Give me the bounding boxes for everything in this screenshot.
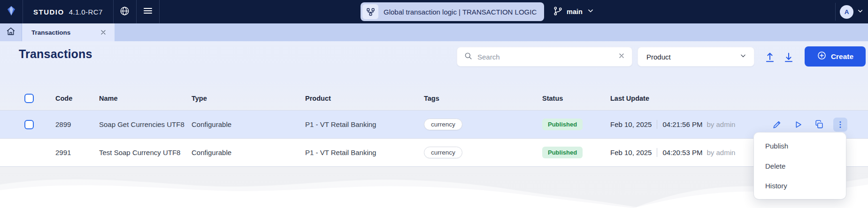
- tab-transactions[interactable]: Transactions: [22, 23, 115, 41]
- background-wave: [0, 166, 868, 208]
- close-icon[interactable]: [100, 29, 107, 36]
- menu-item-delete[interactable]: Delete: [754, 156, 846, 176]
- context-badge[interactable]: Global transaction logic | TRANSACTION L…: [361, 2, 544, 21]
- upload-button[interactable]: [764, 51, 776, 63]
- cell-code: 2991: [46, 149, 95, 156]
- clear-search-icon[interactable]: [618, 52, 625, 61]
- last-update-date: Feb 10, 2025: [610, 149, 652, 156]
- logo-icon: [6, 5, 17, 18]
- cell-product: P1 - VT Retail Banking: [296, 149, 420, 156]
- row-context-menu: Publish Delete History: [754, 133, 846, 199]
- divider: [657, 120, 657, 129]
- cell-last-update: Feb 10, 2025 04:20:53 PM by admin: [610, 148, 770, 157]
- cell-product: P1 - VT Retail Banking: [296, 120, 420, 128]
- row-actions: [770, 118, 868, 132]
- tag-badge: currency: [424, 119, 462, 130]
- cell-last-update: Feb 10, 2025 04:21:56 PM by admin: [610, 120, 770, 129]
- tab-bar: Transactions: [0, 23, 868, 41]
- last-update-time: 04:21:56 PM: [662, 120, 702, 128]
- tab-home[interactable]: [0, 23, 22, 41]
- more-actions-button[interactable]: [833, 118, 847, 132]
- status-badge: Published: [542, 119, 583, 130]
- last-update-author: by admin: [707, 120, 735, 128]
- divider: [159, 0, 160, 23]
- search-input[interactable]: [477, 53, 613, 61]
- app-screen: STUDIO 4.1.0-RC7 Global transaction logi…: [0, 0, 868, 208]
- create-button[interactable]: Create: [805, 46, 866, 67]
- chevron-down-icon: [739, 52, 747, 62]
- cell-code: 2899: [46, 120, 95, 128]
- divider: [657, 148, 657, 157]
- search-icon: [464, 52, 473, 62]
- app-title: STUDIO 4.1.0-RC7: [23, 0, 113, 23]
- globe-icon: [119, 6, 130, 18]
- column-header-status: Status: [542, 95, 610, 102]
- main-menu-button[interactable]: [137, 0, 159, 23]
- select-all-checkbox[interactable]: [24, 94, 34, 103]
- tab-label: Transactions: [31, 29, 70, 36]
- menu-item-publish[interactable]: Publish: [754, 136, 846, 156]
- duplicate-button[interactable]: [812, 118, 826, 132]
- column-header-code: Code: [46, 95, 95, 102]
- plus-circle-icon: [817, 51, 827, 62]
- app-version: 4.1.0-RC7: [69, 8, 103, 16]
- page-title: Transactions: [19, 47, 92, 61]
- cell-name: Soap Get Currencies UTF8: [95, 120, 191, 128]
- column-header-type: Type: [191, 95, 296, 102]
- branch-selector[interactable]: main: [553, 0, 595, 23]
- menu-item-history[interactable]: History: [754, 176, 846, 196]
- edit-button[interactable]: [770, 118, 784, 132]
- globe-button[interactable]: [114, 0, 136, 23]
- topbar-right: A: [835, 0, 868, 23]
- table-row[interactable]: 2899 Soap Get Currencies UTF8 Configurab…: [0, 111, 868, 139]
- product-filter-select[interactable]: Product: [638, 47, 754, 67]
- hamburger-icon: [142, 5, 154, 18]
- chevron-down-icon: [586, 7, 595, 17]
- run-button[interactable]: [791, 118, 805, 132]
- branch-name: main: [567, 8, 583, 15]
- table-header-row: Code Name Type Product Tags Status Last …: [0, 87, 868, 111]
- app-logo: [0, 0, 23, 23]
- node-tree-icon: [362, 4, 378, 19]
- avatar: A: [840, 5, 853, 19]
- home-icon: [6, 26, 16, 38]
- create-button-label: Create: [831, 52, 853, 61]
- search-box: [457, 47, 632, 67]
- top-bar: STUDIO 4.1.0-RC7 Global transaction logi…: [0, 0, 868, 23]
- row-checkbox[interactable]: [24, 120, 34, 129]
- chevron-down-icon: [856, 7, 864, 17]
- tag-badge: currency: [424, 147, 462, 158]
- column-header-product: Product: [296, 95, 420, 102]
- context-badge-label: Global transaction logic | TRANSACTION L…: [384, 8, 537, 16]
- column-header-tags: Tags: [420, 95, 542, 102]
- product-filter-value: Product: [646, 53, 671, 61]
- last-update-date: Feb 10, 2025: [610, 120, 652, 128]
- cell-type: Configurable: [191, 120, 296, 128]
- transactions-table: Code Name Type Product Tags Status Last …: [0, 87, 868, 167]
- user-menu[interactable]: A: [836, 5, 868, 19]
- cell-type: Configurable: [191, 149, 296, 156]
- download-button[interactable]: [783, 51, 795, 63]
- column-header-last-update: Last Update: [610, 95, 770, 102]
- page-header: Transactions Product Creat: [0, 41, 868, 87]
- cell-name: Test Soap Currency UTF8: [95, 149, 191, 156]
- git-branch-icon: [553, 6, 563, 18]
- column-header-name: Name: [95, 95, 191, 102]
- last-update-author: by admin: [707, 149, 735, 156]
- status-badge: Published: [542, 147, 583, 158]
- table-row[interactable]: 2991 Test Soap Currency UTF8 Configurabl…: [0, 139, 868, 167]
- app-name: STUDIO: [33, 8, 64, 16]
- last-update-time: 04:20:53 PM: [662, 149, 702, 156]
